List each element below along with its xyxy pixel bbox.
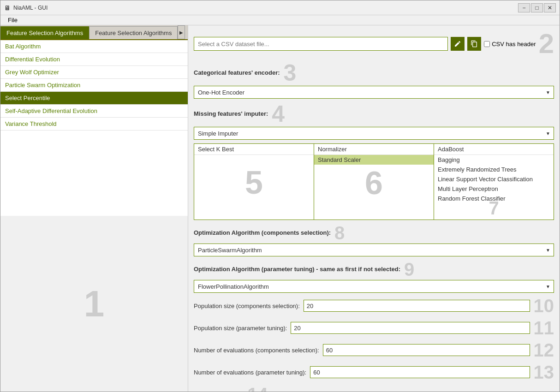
panel-number-7: 7	[434, 203, 554, 213]
list-col-normalizer: Normalizer Standard Scaler 6	[314, 144, 434, 220]
pop-tuning-input[interactable]	[291, 322, 530, 334]
tab-bar: Feature Selection Algorithms Feature Sel…	[0, 25, 188, 40]
panel-number-9: 9	[404, 260, 414, 279]
panel-number-5: 5	[194, 155, 314, 210]
missing-dropdown-wrapper: Simple Imputer	[194, 127, 554, 140]
three-lists: Select K Best 5 Normalizer Standard Scal…	[194, 143, 554, 220]
algorithm-item-select-percentile[interactable]: Select Percentile	[0, 92, 188, 105]
opt-components-section: Optimization Algorithm (components selec…	[194, 224, 554, 256]
algorithm-item-de[interactable]: Differential Evolution	[0, 53, 188, 66]
window-title: NiaAML - GUI	[13, 5, 48, 11]
left-panel: Feature Selection Algorithms Feature Sel…	[0, 25, 188, 392]
title-bar-left: 🖥 NiaAML - GUI	[4, 4, 48, 12]
eval-tuning-row: Number of evaluations (parameter tuning)…	[194, 363, 554, 381]
maximize-button[interactable]: □	[531, 3, 543, 12]
eval-components-row: Number of evaluations (components select…	[194, 341, 554, 359]
pop-components-input[interactable]	[304, 300, 530, 312]
list-col-2-header: Normalizer	[314, 144, 434, 155]
eval-components-input[interactable]	[323, 344, 530, 356]
algorithm-item-pso[interactable]: Particle Swarm Optimization	[0, 79, 188, 92]
opt-components-label: Optimization Algorithm (components selec…	[194, 229, 331, 236]
csv-header-checkbox[interactable]	[484, 41, 490, 47]
eval-components-label: Number of evaluations (components select…	[194, 347, 319, 354]
pop-components-row: Population size (components selection): …	[194, 297, 554, 315]
list-col-1-header: Select K Best	[194, 144, 314, 155]
list-col-1-items: 5	[194, 155, 314, 220]
panel-number-10: 10	[534, 297, 554, 315]
tab-feature-selection-1[interactable]: Feature Selection Algorithms	[0, 26, 89, 39]
list-option-standard-scaler[interactable]: Standard Scaler	[314, 155, 434, 165]
list-option-bagging[interactable]: Bagging	[434, 155, 554, 165]
panel-number-3: 3	[284, 61, 297, 84]
edit-icon	[454, 40, 461, 48]
opt-tuning-dropdown[interactable]: FlowerPollinationAlgorithm	[194, 280, 554, 293]
list-option-lsvc[interactable]: Linear Support Vector Classification	[434, 174, 554, 184]
csv-header-checkbox-row: CSV has header	[484, 41, 536, 48]
list-col-2-items: Standard Scaler 6	[314, 155, 434, 220]
csv-edit-button[interactable]	[451, 37, 465, 51]
list-col-3-items: Bagging Extremely Randomized Trees Linea…	[434, 155, 554, 220]
pop-tuning-row: Population size (parameter tuning): 11	[194, 319, 554, 337]
panel-number-8: 8	[334, 224, 345, 242]
close-button[interactable]: ✕	[544, 3, 556, 12]
copy-icon	[471, 40, 478, 48]
eval-tuning-input[interactable]	[310, 366, 530, 378]
tab-overflow-button[interactable]: ▶	[178, 25, 185, 39]
panel-number-6: 6	[314, 165, 434, 202]
panel-number-1: 1	[0, 216, 188, 392]
list-col-features: Select K Best 5	[194, 144, 314, 220]
main-content: Feature Selection Algorithms Feature Sel…	[0, 25, 560, 392]
algorithm-item-gwo[interactable]: Grey Wolf Optimizer	[0, 66, 188, 79]
title-bar: 🖥 NiaAML - GUI − □ ✕	[0, 0, 560, 15]
pop-components-label: Population size (components selection):	[194, 303, 300, 309]
opt-components-dropdown[interactable]: ParticleSwarmAlgorithm	[194, 244, 554, 256]
panel-number-4: 4	[272, 102, 285, 125]
minimize-button[interactable]: −	[518, 3, 530, 12]
categorical-label: Categorical features' encoder:	[194, 69, 280, 76]
csv-file-input[interactable]	[194, 37, 448, 51]
panel-number-14: 14	[247, 385, 268, 392]
list-col-3-header: AdaBoost	[434, 144, 554, 155]
menu-file[interactable]: File	[4, 16, 21, 24]
list-option-ert[interactable]: Extremely Randomized Trees	[434, 165, 554, 174]
algorithm-item-variance-threshold[interactable]: Variance Threshold	[0, 118, 188, 131]
categorical-dropdown-wrapper: One-Hot Encoder	[194, 86, 554, 99]
title-bar-controls: − □ ✕	[518, 3, 556, 12]
algorithm-item-sade[interactable]: Self-Adaptive Differential Evolution	[0, 105, 188, 118]
panel-number-13: 13	[534, 363, 554, 381]
opt-components-dropdown-wrapper: ParticleSwarmAlgorithm	[194, 244, 554, 256]
csv-copy-button[interactable]	[467, 37, 481, 51]
csv-header-label: CSV has header	[492, 41, 536, 48]
list-col-classifier: AdaBoost Bagging Extremely Randomized Tr…	[434, 144, 554, 220]
algorithm-list: Bat Algorithm Differential Evolution Gre…	[0, 40, 188, 216]
list-option-mlp[interactable]: Multi Layer Perceptron	[434, 184, 554, 194]
opt-tuning-label: Optimization Algorithm (parameter tuning…	[194, 266, 400, 273]
panel-number-11: 11	[534, 319, 554, 337]
missing-dropdown[interactable]: Simple Imputer	[194, 127, 554, 140]
eval-tuning-label: Number of evaluations (parameter tuning)…	[194, 369, 306, 376]
right-panel: CSV has header 2 Categorical features' e…	[188, 25, 560, 392]
panel-number-12: 12	[534, 341, 554, 359]
categorical-section: Categorical features' encoder: 3 One-Hot…	[194, 61, 554, 99]
main-window: 🖥 NiaAML - GUI − □ ✕ File Feature Select…	[0, 0, 560, 392]
app-icon: 🖥	[4, 4, 11, 12]
tab-feature-selection-2[interactable]: Feature Selection Algorithms	[89, 26, 178, 39]
missing-label: Missing features' imputer:	[194, 110, 268, 117]
pop-tuning-label: Population size (parameter tuning):	[194, 325, 287, 332]
fitness-label: Fitness Function:	[194, 391, 244, 392]
missing-section: Missing features' imputer: 4 Simple Impu…	[194, 102, 554, 140]
opt-tuning-section: Optimization Algorithm (parameter tuning…	[194, 260, 554, 293]
algorithm-item-bat[interactable]: Bat Algorithm	[0, 40, 188, 53]
opt-tuning-dropdown-wrapper: FlowerPollinationAlgorithm	[194, 280, 554, 293]
menu-bar: File	[0, 15, 560, 25]
fitness-section: Fitness Function: 14 Accuracy	[194, 385, 554, 392]
csv-row: CSV has header 2	[194, 30, 554, 58]
panel-number-2: 2	[539, 30, 554, 58]
categorical-dropdown[interactable]: One-Hot Encoder	[194, 86, 554, 99]
